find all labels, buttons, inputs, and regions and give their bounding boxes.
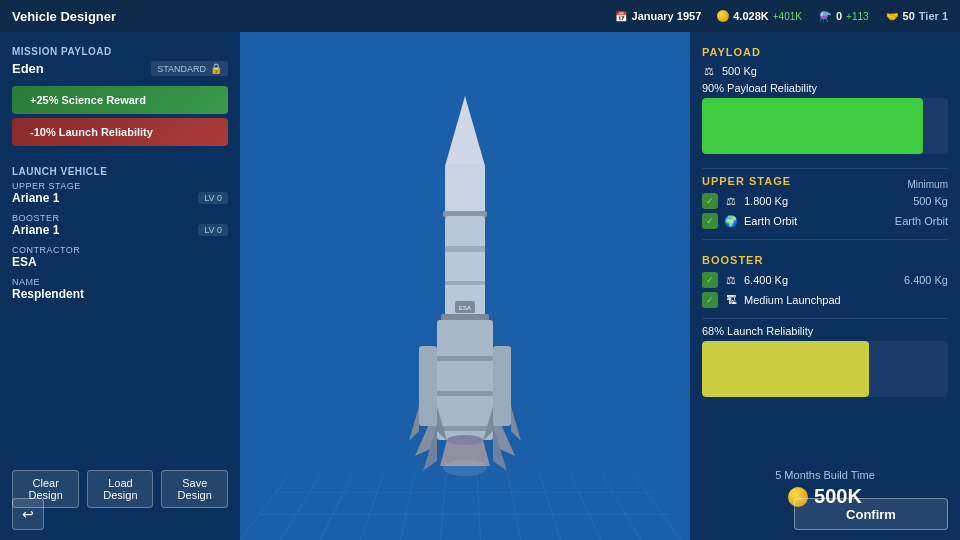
booster-pad-check-icon: ✓ <box>702 292 718 308</box>
launch-reliability-bar-bg <box>702 341 948 397</box>
payload-reliability-bar-fill <box>702 98 923 154</box>
booster-value-row: Ariane 1 LV 0 <box>12 223 228 237</box>
upper-stage-mass-min: 500 Kg <box>913 195 948 207</box>
date-stat: 📅 January 1957 <box>614 9 702 23</box>
launch-reliability-row: 68% Launch Reliability <box>702 325 948 337</box>
reward-positive: +25% Science Reward <box>12 86 228 114</box>
center-rocket-view: ESA <box>240 32 690 540</box>
date-value: January 1957 <box>632 10 702 22</box>
svg-point-13 <box>443 460 487 476</box>
name-row: NAME Resplendent <box>12 277 228 301</box>
contractor-label: CONTRACTOR <box>12 245 228 255</box>
upper-stage-orbit-val: Earth Orbit <box>895 215 948 227</box>
reputation-stat: 🤝 50 Tier 1 <box>885 9 948 23</box>
upper-stage-mass-row: ✓ ⚖ 1.800 Kg 500 Kg <box>702 193 948 209</box>
back-button[interactable]: ↩ <box>12 498 44 530</box>
design-buttons: Clear Design Load Design Save Design <box>12 462 228 508</box>
svg-rect-15 <box>493 346 511 426</box>
upper-stage-lv: LV 0 <box>198 192 228 204</box>
upper-stage-section-title: UPPER STAGE <box>702 175 791 187</box>
calendar-icon: 📅 <box>614 9 628 23</box>
booster-lv: LV 0 <box>198 224 228 236</box>
upper-stage-row: UPPER STAGE Ariane 1 LV 0 <box>12 181 228 205</box>
svg-rect-14 <box>419 346 437 426</box>
svg-rect-9 <box>437 356 493 361</box>
name-label: NAME <box>12 277 228 287</box>
payload-reliability-label: 90% Payload Reliability <box>702 82 817 94</box>
svg-rect-3 <box>445 246 485 252</box>
currency-change: +401K <box>773 11 802 22</box>
booster-mass-check-icon: ✓ <box>702 272 718 288</box>
svg-rect-11 <box>437 426 493 431</box>
right-panel: PAYLOAD ⚖ 500 Kg 90% Payload Reliability… <box>690 32 960 540</box>
booster-weight-icon: ⚖ <box>724 273 738 287</box>
save-design-button[interactable]: Save Design <box>161 470 228 508</box>
launch-reliability-bar-fill <box>702 341 869 397</box>
booster-mass-val: 6.400 Kg <box>904 274 948 286</box>
standard-label: STANDARD <box>157 64 206 74</box>
payload-section-title: PAYLOAD <box>702 46 948 58</box>
reputation-value: 50 <box>903 10 915 22</box>
payload-reliability-row: 90% Payload Reliability <box>702 82 948 94</box>
svg-rect-4 <box>445 281 485 285</box>
reward-negative: -10% Launch Reliability <box>12 118 228 146</box>
mission-payload-section: MISSION PAYLOAD Eden STANDARD 🔒 <box>12 46 228 76</box>
booster-mass-row: ✓ ⚖ 6.400 Kg 6.400 Kg <box>702 272 948 288</box>
app-title: Vehicle Designer <box>12 9 614 24</box>
rocket-model: ESA <box>395 86 535 506</box>
science-change: +113 <box>846 11 869 22</box>
booster-pad-row: ✓ 🏗 Medium Launchpad <box>702 292 948 308</box>
reputation-icon: 🤝 <box>885 9 899 23</box>
upper-stage-value-row: Ariane 1 LV 0 <box>12 191 228 205</box>
coin-icon <box>717 10 729 22</box>
upper-stage-orbit-check-icon: ✓ <box>702 213 718 229</box>
minimum-label: Minimum <box>907 179 948 190</box>
svg-text:ESA: ESA <box>459 305 471 311</box>
lv-label: LAUNCH VEHICLE <box>12 166 228 177</box>
science-icon: ⚗️ <box>818 9 832 23</box>
load-design-button[interactable]: Load Design <box>87 470 153 508</box>
build-time: 5 Months Build Time <box>702 469 948 481</box>
science-stat: ⚗️ 0 +113 <box>818 9 869 23</box>
rewards-section: +25% Science Reward -10% Launch Reliabil… <box>12 86 228 150</box>
booster-mass: 6.400 Kg <box>744 274 788 286</box>
payload-reliability-bar-bg <box>702 98 948 154</box>
contractor-name: ESA <box>12 255 228 269</box>
payload-weight-icon: ⚖ <box>702 64 716 78</box>
launchpad-icon: 🏗 <box>724 293 738 307</box>
top-bar: Vehicle Designer 📅 January 1957 4.028K +… <box>0 0 960 32</box>
mission-name: Eden <box>12 61 44 76</box>
divider-3 <box>702 318 948 319</box>
vehicle-name: Resplendent <box>12 287 228 301</box>
upper-stage-weight-icon: ⚖ <box>724 194 738 208</box>
payload-mass-row: ⚖ 500 Kg <box>702 64 948 78</box>
confirm-button[interactable]: Confirm <box>794 498 948 530</box>
payload-mass: 500 Kg <box>722 65 757 77</box>
reward-positive-text: +25% Science Reward <box>30 94 146 106</box>
launch-vehicle-section: LAUNCH VEHICLE UPPER STAGE Ariane 1 LV 0… <box>12 166 228 309</box>
upper-stage-orbit-row: ✓ 🌍 Earth Orbit Earth Orbit <box>702 213 948 229</box>
lock-icon: 🔒 <box>210 63 222 74</box>
orbit-icon: 🌍 <box>724 214 738 228</box>
main-area: MISSION PAYLOAD Eden STANDARD 🔒 +25% Sci… <box>0 32 960 540</box>
upper-stage-name: Ariane 1 <box>12 191 59 205</box>
mission-payload-label: MISSION PAYLOAD <box>12 46 228 57</box>
launch-reliability-label: 68% Launch Reliability <box>702 325 813 337</box>
divider-2 <box>702 239 948 240</box>
upper-stage-check-icon: ✓ <box>702 193 718 209</box>
booster-row: BOOSTER Ariane 1 LV 0 <box>12 213 228 237</box>
svg-rect-0 <box>445 164 485 214</box>
currency-stat: 4.028K +401K <box>717 10 802 22</box>
upper-stage-mass: 1.800 Kg <box>744 195 788 207</box>
reward-negative-text: -10% Launch Reliability <box>30 126 153 138</box>
svg-rect-7 <box>441 314 489 321</box>
booster-pad: Medium Launchpad <box>744 294 841 306</box>
rocket-svg: ESA <box>395 86 535 506</box>
svg-rect-8 <box>437 320 493 440</box>
upper-stage-label: UPPER STAGE <box>12 181 228 191</box>
booster-label: BOOSTER <box>12 213 228 223</box>
stats-bar: 📅 January 1957 4.028K +401K ⚗️ 0 +113 🤝 … <box>614 9 948 23</box>
upper-stage-orbit: Earth Orbit <box>744 215 797 227</box>
currency-value: 4.028K <box>733 10 768 22</box>
standard-badge: STANDARD 🔒 <box>151 61 228 76</box>
